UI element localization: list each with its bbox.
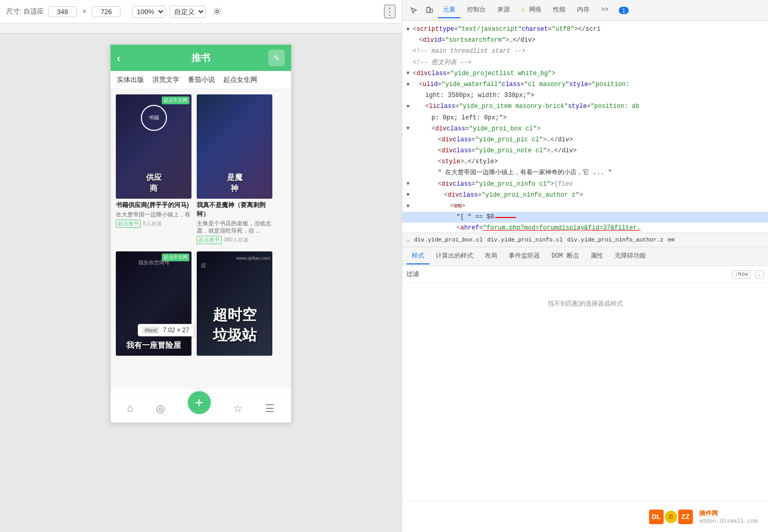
tab-properties[interactable]: 属性 — [585, 248, 608, 264]
book-seal: 书籍 — [141, 105, 167, 131]
triangle-author[interactable] — [406, 191, 413, 199]
tab-accessibility[interactable]: 无障碍功能 — [609, 248, 651, 264]
html-line-proi-box[interactable]: <div class="yide_proi_box cl"> — [402, 124, 768, 135]
nav-favorite[interactable]: ☆ — [233, 402, 243, 415]
device-icon[interactable] — [422, 3, 437, 18]
html-line-style[interactable]: <style>…</style> — [402, 156, 768, 167]
tab-fanqie[interactable]: 番茄小说 — [188, 75, 215, 84]
book-info-1: 书籍供应商(胖乎乎的河马) 在大楚帝国一边陲小镇上，有 起点推书 5人在读 — [116, 199, 191, 230]
category-tabs: 实体出版 洪荒文学 番茄小说 起点女生网 — [111, 71, 291, 89]
zz-icon: ZZ — [678, 510, 693, 524]
html-line-script[interactable]: <script type="text/javascript" charset="… — [402, 24, 768, 35]
html-line-li[interactable]: <li class="yide_pro_item masonry-brick" … — [402, 101, 768, 112]
html-line-em[interactable]: <em> — [402, 201, 768, 212]
style-content: 找不到匹配的选择器或样式 — [402, 283, 768, 501]
book-item[interactable]: 起点中文网 书籍 供应商 书籍供应商(胖乎乎的河马) 在大楚帝国一边陲小镇上，有… — [116, 94, 191, 246]
nav-menu[interactable]: ☰ — [265, 402, 274, 415]
triangle-li[interactable] — [406, 103, 413, 111]
left-panel: 尺寸: 自适应 × 100% 75% 50% 自定义 ⋮ — [0, 0, 402, 532]
devtools-tab-bar: 元素 控制台 来源 ⚠ 网络 性能 内存 >> 1 — [402, 0, 768, 21]
dlc-logo: DL © ZZ 插件网 addon.dismall.com — [649, 509, 758, 524]
triangle-proi-box[interactable] — [406, 125, 413, 133]
bottom-nav: ⌂ ◎ + ☆ ☰ — [111, 393, 291, 422]
html-line-waterfall[interactable]: <ul id="yide_waterfall" class="cl masonr… — [402, 79, 768, 90]
dlc-brand-text: 插件网 — [699, 509, 758, 518]
html-line-proi-pic[interactable]: <div class="yide_proi_pic cl">…</div> — [402, 135, 768, 146]
breadcrumb-ninfo[interactable]: div.yide_proi_ninfo.cl — [487, 237, 563, 243]
book-grid-row2: 起点中文网 我告你空间号 我有一座冒险屋 www.qidian.com 超 超时… — [111, 251, 291, 361]
tab-entity-publish[interactable]: 实体出版 — [117, 75, 144, 84]
html-line-anchor[interactable]: <a href="forum.php?mod=forumdisplay&fid=… — [402, 223, 768, 233]
book-cover-text-1: 供应商 — [116, 172, 191, 194]
tab-event-listeners[interactable]: 事件监听器 — [503, 248, 545, 264]
tab-layout[interactable]: 布局 — [479, 248, 502, 264]
tab-network-warn[interactable]: ⚠ 网络 — [516, 2, 547, 18]
back-button[interactable]: ‹ — [117, 52, 121, 64]
book-tagline: 超 — [201, 262, 206, 269]
tab-console[interactable]: 控制台 — [462, 2, 491, 18]
breadcrumb-author[interactable]: div.yide_proi_ninfo_author.z — [567, 237, 664, 243]
book-item-2[interactable]: 是魔神 我真不是魔神（要离刺荆轲） 主角是个书店的老板，没啥志愿，就是混吃等死，… — [197, 94, 272, 246]
tab-styles[interactable]: 样式 — [406, 248, 429, 264]
inspect-icon[interactable] — [406, 3, 421, 18]
nav-search[interactable]: ◎ — [156, 402, 165, 415]
breadcrumb-proi-box[interactable]: div.yide_proi_box.cl — [414, 237, 483, 243]
tab-qidian-women[interactable]: 起点女生网 — [223, 75, 257, 84]
tab-computed[interactable]: 计算出的样式 — [430, 248, 478, 264]
book-grid: 起点中文网 书籍 供应商 书籍供应商(胖乎乎的河马) 在大楚帝国一边陲小镇上，有… — [111, 89, 291, 251]
tab-dom-breakpoints[interactable]: DOM 断点 — [546, 248, 584, 264]
html-line-projectlist[interactable]: <div class="yide_projectlist white_bg"> — [402, 68, 768, 79]
html-line-selected-text[interactable]: "[ " == $0 — [402, 212, 768, 223]
tab-honghuang[interactable]: 洪荒文学 — [152, 75, 179, 84]
html-line-ninfo[interactable]: <div class="yide_proi_ninfo cl">{flex — [402, 179, 768, 190]
size-label: 尺寸: 自适应 — [6, 7, 44, 16]
edit-icon: ✎ — [273, 54, 280, 62]
html-line-li-cont[interactable]: p: 0px; left: 0px;"> — [402, 113, 768, 124]
selected-indicator — [495, 217, 516, 218]
html-line-comment2[interactable]: <!-- 图文列表 --> — [402, 57, 768, 68]
warning-icon: ⚠ — [521, 6, 525, 14]
triangle-em[interactable] — [406, 202, 413, 211]
svg-rect-2 — [427, 7, 430, 13]
dl-icon: DL — [649, 510, 664, 524]
nav-add[interactable]: + — [188, 391, 211, 414]
book-cover-2: 是魔神 — [197, 94, 272, 199]
triangle-ninfo[interactable] — [406, 180, 413, 188]
book-grid-container: 起点中文网 书籍 供应商 书籍供应商(胖乎乎的河马) 在大楚帝国一边陲小镇上，有… — [111, 89, 291, 389]
edit-button[interactable]: ✎ — [268, 50, 285, 66]
book-cover-4: www.qidian.com 超 超时空垃圾站 — [197, 251, 272, 356]
breadcrumb-dots[interactable]: … — [406, 237, 410, 243]
html-line-waterfall-cont[interactable]: ight: 3580px; width: 338px;"> — [402, 90, 768, 101]
tab-more[interactable]: >> — [596, 3, 614, 18]
triangle-script[interactable] — [406, 26, 413, 34]
settings-icon[interactable] — [210, 4, 224, 19]
width-input[interactable] — [48, 6, 77, 17]
custom-select[interactable]: 自定义 — [170, 6, 206, 18]
html-line-proi-note[interactable]: <div class="yide_proi_note cl">…</div> — [402, 146, 768, 156]
page-title: 推书 — [191, 52, 210, 64]
book-desc-1: 在大楚帝国一边陲小镇上，有 — [116, 211, 191, 218]
tab-elements[interactable]: 元素 — [438, 2, 461, 18]
book-item-3[interactable]: 起点中文网 我告你空间号 我有一座冒险屋 — [116, 251, 191, 356]
tab-memory[interactable]: 内存 — [572, 2, 595, 18]
breadcrumb-em[interactable]: em — [668, 237, 675, 243]
triangle-projectlist[interactable] — [406, 69, 413, 78]
filter-hov[interactable]: :hov — [732, 270, 751, 279]
height-input[interactable] — [92, 6, 121, 17]
html-line-comment1[interactable]: <!-- main threadlist start --> — [402, 46, 768, 57]
book-item-4[interactable]: www.qidian.com 超 超时空垃圾站 — [197, 251, 272, 356]
zoom-select[interactable]: 100% 75% 50% — [132, 6, 165, 18]
favorite-icon: ☆ — [233, 402, 243, 415]
mobile-header: ‹ 推书 ✎ — [111, 45, 291, 71]
html-line-author[interactable]: <div class="yide_proi_ninfo_author z"> — [402, 190, 768, 201]
html-line-sortsearchform[interactable]: <div id="sortsearchform">…</div> — [402, 35, 768, 46]
html-line-textcontent[interactable]: " 在大楚帝国一边陲小镇上，有着一家神奇的小店，它 ... " — [402, 167, 768, 178]
tab-performance[interactable]: 性能 — [548, 2, 571, 18]
more-options-icon[interactable]: ⋮ — [384, 5, 395, 18]
book-desc-2: 主角是个书店的老板，没啥志愿，就是混吃等死，但 ... — [197, 220, 272, 235]
triangle-waterfall[interactable] — [406, 81, 413, 89]
filter-dot[interactable]: . — [755, 270, 764, 279]
filter-input[interactable] — [423, 271, 728, 278]
tab-sources[interactable]: 来源 — [492, 2, 515, 18]
nav-home[interactable]: ⌂ — [127, 402, 134, 414]
